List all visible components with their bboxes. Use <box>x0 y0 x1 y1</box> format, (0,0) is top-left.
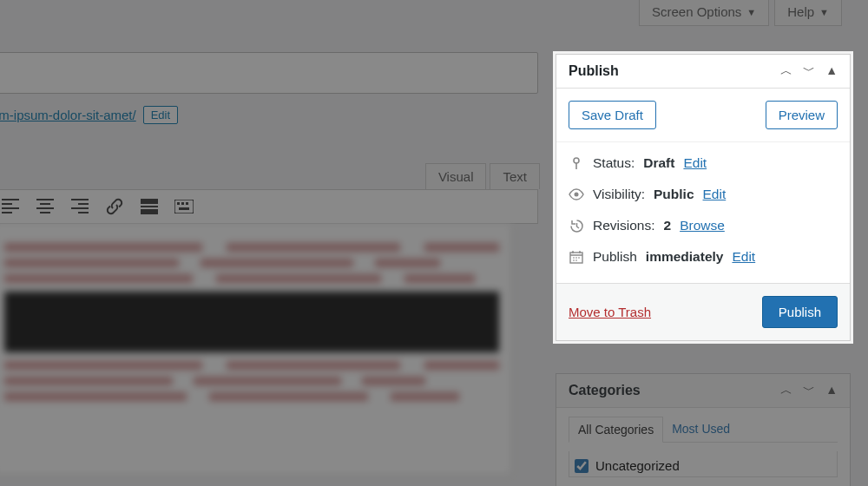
status-row: Status: Draft Edit <box>569 148 838 179</box>
visibility-label: Visibility: <box>593 187 645 202</box>
visibility-row: Visibility: Public Edit <box>569 179 838 210</box>
triangle-up-icon[interactable]: ▲ <box>825 63 838 79</box>
save-draft-button[interactable]: Save Draft <box>569 101 656 129</box>
pin-icon <box>569 155 584 171</box>
revisions-row: Revisions: 2 Browse <box>569 210 838 241</box>
revisions-label: Revisions: <box>593 218 655 233</box>
calendar-icon <box>569 249 584 265</box>
visibility-value: Public <box>654 187 694 202</box>
history-icon <box>569 218 584 233</box>
schedule-value: immediately <box>646 249 724 265</box>
eye-icon <box>569 187 584 202</box>
publish-panel: Publish ︿ ﹀ ▲ Save Draft Preview Status:… <box>556 54 851 341</box>
preview-button[interactable]: Preview <box>766 101 838 129</box>
revisions-browse-link[interactable]: Browse <box>680 218 725 233</box>
revisions-count: 2 <box>664 218 672 233</box>
status-value: Draft <box>643 155 674 171</box>
move-to-trash-link[interactable]: Move to Trash <box>569 305 651 319</box>
svg-point-9 <box>575 193 579 197</box>
chevron-up-icon[interactable]: ︿ <box>780 63 792 79</box>
status-edit-link[interactable]: Edit <box>683 155 707 171</box>
status-label: Status: <box>593 155 635 171</box>
schedule-edit-link[interactable]: Edit <box>732 249 755 265</box>
chevron-down-icon[interactable]: ﹀ <box>803 63 815 79</box>
publish-button[interactable]: Publish <box>762 296 838 328</box>
schedule-label: Publish <box>593 249 637 265</box>
publish-title: Publish <box>569 63 619 79</box>
schedule-row: Publish immediately Edit <box>569 241 838 273</box>
svg-point-8 <box>574 158 579 163</box>
visibility-edit-link[interactable]: Edit <box>703 187 727 202</box>
